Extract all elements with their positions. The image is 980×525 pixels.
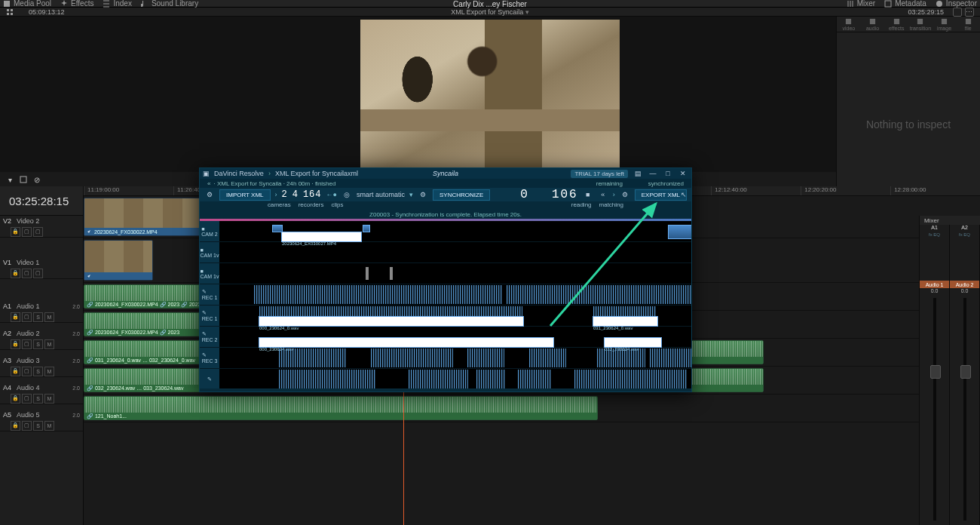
syncaila-tab-cameras[interactable]: cameras bbox=[268, 201, 291, 210]
syncaila-row-REC 2[interactable]: ✎REC 2000_230624.wav032_230624.wav bbox=[200, 327, 691, 348]
syncaila-window[interactable]: ▣ DaVinci Resolve › XML Export for Synca… bbox=[199, 167, 692, 392]
syncaila-tracks[interactable]: ■CAM 220230624_EX030027.MP4■CAM 1v■CAM 1… bbox=[200, 221, 691, 388]
crop-icon[interactable] bbox=[18, 174, 29, 185]
disable-button[interactable]: ▢ bbox=[33, 227, 43, 237]
track-head-V2[interactable]: V2Video 2 🔒 ▢ ▢ bbox=[0, 216, 83, 238]
zoom-dropdown[interactable]: ▾ bbox=[5, 174, 15, 185]
syncaila-clip[interactable]: 000_230624.wav bbox=[259, 337, 554, 348]
syncaila-row-REC 1[interactable]: ✎REC 1000_230624_0.wav031_230624_0.wav bbox=[200, 305, 691, 327]
syncaila-rewind-icon[interactable]: « bbox=[598, 189, 608, 200]
inspector-tab-audio[interactable]: audio bbox=[861, 17, 885, 32]
syncaila-grid-icon[interactable]: ▤ bbox=[632, 169, 643, 178]
track-head-A5[interactable]: A5Audio 52.0 🔒 ▢ SM bbox=[0, 410, 83, 431]
lock-icon[interactable]: 🔒 bbox=[11, 269, 20, 278]
fader[interactable] bbox=[963, 298, 966, 520]
auto-select-icon[interactable]: ▢ bbox=[22, 269, 32, 278]
proxy-toggle[interactable] bbox=[953, 8, 962, 17]
solo-button[interactable]: S bbox=[33, 394, 43, 404]
syncaila-tab-clips[interactable]: clips bbox=[331, 201, 343, 210]
timeline-name[interactable]: XML Export for Syncaila ▾ bbox=[451, 8, 529, 16]
mute-button[interactable]: M bbox=[44, 312, 54, 322]
auto-select-icon[interactable]: ▢ bbox=[22, 394, 32, 404]
syncaila-close-icon[interactable]: ✕ bbox=[678, 169, 688, 178]
syncaila-row-CAM 1v[interactable]: ■CAM 1v bbox=[200, 263, 691, 284]
inspector-tab-transition[interactable]: transition bbox=[908, 17, 933, 32]
syncaila-settings-icon[interactable]: ⚙ bbox=[204, 189, 215, 200]
solo-button[interactable]: S bbox=[33, 312, 43, 322]
lock-icon[interactable]: 🔒 bbox=[11, 312, 20, 322]
syncaila-row-CAM 1v[interactable]: ■CAM 1v bbox=[200, 242, 691, 263]
sound-library-button[interactable]: Sound Library bbox=[141, 0, 198, 8]
audio-clip[interactable]: 🔗 121_Noah1... bbox=[84, 396, 598, 420]
syncaila-clip[interactable] bbox=[668, 225, 691, 238]
mixer-strip-A2[interactable]: A2fx EQ Audio 20.0 bbox=[950, 225, 980, 525]
syncaila-tab-reading[interactable]: reading bbox=[571, 201, 592, 210]
auto-select-icon[interactable]: ▢ bbox=[22, 227, 32, 237]
mute-button[interactable]: M bbox=[44, 421, 54, 431]
lock-icon[interactable]: 🔒 bbox=[11, 227, 20, 237]
solo-button[interactable]: S bbox=[33, 367, 43, 376]
cursor-icon: ↖ bbox=[681, 191, 687, 198]
lock-icon[interactable]: 🔒 bbox=[11, 367, 20, 376]
syncaila-gear2-icon[interactable]: ⚙ bbox=[620, 189, 630, 200]
mute-button[interactable]: M bbox=[44, 339, 54, 349]
lock-icon[interactable]: 🔒 bbox=[11, 421, 20, 431]
inspector-tab-file[interactable]: file bbox=[956, 17, 980, 32]
track-headers: 03:25:28:15 V2Video 2 🔒 ▢ ▢ V1Video 1 🔒 … bbox=[0, 186, 84, 525]
auto-select-icon[interactable]: ▢ bbox=[22, 421, 32, 431]
video-clip[interactable]: 20230624_FX030022.MP4 bbox=[84, 198, 202, 236]
auto-select-icon[interactable]: ▢ bbox=[22, 339, 32, 349]
metadata-button[interactable]: Metadata bbox=[884, 0, 926, 8]
options-icon[interactable]: ⋯ bbox=[965, 8, 974, 17]
syncaila-tab-matching[interactable]: matching bbox=[599, 201, 623, 210]
syncaila-clip[interactable]: 000_230624_0.wav bbox=[259, 316, 524, 327]
track-head-A2[interactable]: A2Audio 22.0 🔒 ▢ SM bbox=[0, 328, 83, 350]
inspector-tab-effects[interactable]: effects bbox=[884, 17, 908, 32]
index-button[interactable]: Index bbox=[103, 0, 131, 8]
bypass-icon[interactable]: ⊘ bbox=[32, 174, 42, 185]
media-pool-button[interactable]: Media Pool bbox=[3, 0, 51, 8]
syncaila-gear-icon[interactable]: ⚙ bbox=[418, 189, 428, 200]
bin-icon[interactable] bbox=[6, 8, 14, 16]
effects-button[interactable]: Effects bbox=[60, 0, 93, 8]
syncaila-target-icon[interactable]: ◎ bbox=[341, 189, 352, 200]
lock-icon[interactable]: 🔒 bbox=[11, 394, 20, 404]
track-head-A3[interactable]: A3Audio 32.0 🔒 ▢ SM bbox=[0, 355, 83, 377]
syncaila-titlebar[interactable]: ▣ DaVinci Resolve › XML Export for Synca… bbox=[200, 168, 691, 179]
track-head-V1[interactable]: V1Video 1 🔒 ▢ ▢ bbox=[0, 257, 83, 279]
inspector-tab-video[interactable]: video bbox=[837, 17, 861, 32]
syncaila-clip[interactable]: 20230624_EX030027.MP4 bbox=[281, 232, 362, 242]
mixer-button[interactable]: Mixer bbox=[847, 0, 875, 8]
syncaila-row-REC 3[interactable]: ✎REC 3 bbox=[200, 348, 691, 369]
viewer[interactable] bbox=[0, 17, 980, 172]
syncaila-mode[interactable]: smart automatic bbox=[357, 191, 405, 198]
inspector-button[interactable]: Inspector bbox=[936, 0, 977, 8]
auto-select-icon[interactable]: ▢ bbox=[22, 367, 32, 376]
solo-button[interactable]: S bbox=[33, 421, 43, 431]
syncaila-row-CAM 2[interactable]: ■CAM 220230624_EX030027.MP4 bbox=[200, 221, 691, 242]
auto-select-icon[interactable]: ▢ bbox=[22, 312, 32, 322]
syncaila-tab-recorders[interactable]: recorders bbox=[299, 201, 324, 210]
syncaila-clip[interactable]: 032_230624.wav bbox=[604, 337, 662, 348]
mixer-strip-A1[interactable]: A1fx EQ Audio 10.0 bbox=[920, 225, 950, 525]
syncaila-min-icon[interactable]: — bbox=[648, 169, 658, 178]
syncaila-import-button[interactable]: IMPORT XML bbox=[219, 189, 271, 201]
mute-button[interactable]: M bbox=[44, 394, 54, 404]
syncaila-max-icon[interactable]: □ bbox=[663, 169, 673, 178]
track-A5[interactable]: 🔗 121_Noah1... bbox=[84, 395, 980, 422]
syncaila-row-[interactable]: ✎ bbox=[200, 369, 691, 388]
track-head-A1[interactable]: A1Audio 12.0 🔒 ▢ SM bbox=[0, 301, 83, 323]
mute-button[interactable]: M bbox=[44, 367, 54, 376]
syncaila-row-REC 1[interactable]: ✎REC 1 bbox=[200, 284, 691, 305]
syncaila-stop-icon[interactable]: ■ bbox=[583, 189, 593, 200]
fader[interactable] bbox=[933, 298, 936, 520]
solo-button[interactable]: S bbox=[33, 339, 43, 349]
syncaila-clip[interactable]: 031_230624_0.wav bbox=[593, 316, 658, 327]
lock-icon[interactable]: 🔒 bbox=[11, 339, 20, 349]
video-clip[interactable] bbox=[84, 240, 153, 281]
inspector-tab-image[interactable]: image bbox=[933, 17, 957, 32]
track-head-A4[interactable]: A4Audio 42.0 🔒 ▢ SM bbox=[0, 382, 83, 404]
syncaila-sync-button[interactable]: SYNCHRONIZE bbox=[433, 189, 490, 201]
disable-button[interactable]: ▢ bbox=[33, 269, 43, 278]
syncaila-export-button[interactable]: EXPORT XML bbox=[635, 189, 687, 201]
